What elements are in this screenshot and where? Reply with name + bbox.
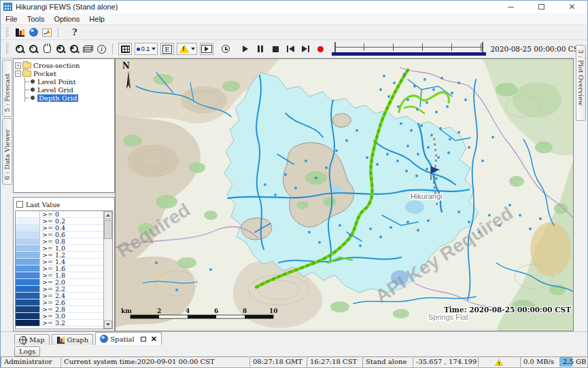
legend-panel: Last Value >= 0>= 0.2>= 0.4>= 0.6>= 0.8>… <box>13 197 115 331</box>
layer-bullet-icon <box>31 79 35 84</box>
map-viewport[interactable]: API Key Required API Key Required N km <box>115 58 574 331</box>
restore-pane-icon[interactable] <box>141 337 146 342</box>
timeseries-button[interactable] <box>40 26 54 39</box>
map-toolbar: + − ◂ ▸ i 0.1 E 2 <box>1 40 587 58</box>
zoom-next-icon: ▸ <box>69 44 80 54</box>
tab-data-viewer[interactable]: 6 : Data Viewer <box>2 118 12 185</box>
menu-file[interactable]: File <box>1 15 22 23</box>
tree-node-level-point[interactable]: Level Point <box>25 77 113 86</box>
tab-graph[interactable]: Graph <box>52 334 94 345</box>
zoom-out-button[interactable]: − <box>27 43 40 55</box>
map-display-button[interactable] <box>27 26 40 39</box>
status-bar: Administrator Current system time:2020-0… <box>1 356 587 367</box>
wire-globe-icon <box>19 336 27 344</box>
tree-node-depth-grid[interactable]: Depth Grid <box>25 94 113 102</box>
legend-row[interactable]: >= 3.2 <box>16 320 103 327</box>
tree-node-pocket[interactable]: − Pocket <box>15 69 113 77</box>
tree-node-level-grid[interactable]: Level Grid <box>25 86 113 94</box>
label-hikurangi: Hikurangi <box>411 192 442 200</box>
animation-window-button[interactable] <box>200 43 213 55</box>
app-logo-icon <box>3 3 12 11</box>
legend-swatch <box>16 238 40 244</box>
layer-tree: + Cross-section − Pocket Level Point <box>13 58 115 193</box>
status-coordinates: -35.657 , 174.199 <box>413 356 478 367</box>
time-slider[interactable] <box>334 42 483 56</box>
selected-tree-label: Depth Grid <box>37 94 78 102</box>
status-system-time: Current system time:2020-09-01 00:00 CST <box>60 356 249 367</box>
bottom-tab-bar: Map Graph Spatial ✕ <box>1 331 587 345</box>
zoom-in-button[interactable]: + <box>13 43 27 55</box>
last-value-checkbox[interactable] <box>16 201 23 208</box>
movie-player-icon <box>201 45 212 53</box>
scroll-up-icon[interactable] <box>104 211 112 219</box>
layer-bullet-icon <box>31 88 35 92</box>
label-springs-flat: Springs Flat <box>428 313 468 321</box>
layers-button[interactable] <box>81 43 94 55</box>
status-user: Administrator <box>1 356 60 367</box>
zoom-next-button[interactable]: ▸ <box>67 43 81 55</box>
database-button[interactable] <box>13 26 27 39</box>
title-bar: Hikurangi FEWS (Stand alone) ✕ <box>1 1 587 13</box>
menu-options[interactable]: Options <box>49 15 84 23</box>
zoom-previous-button[interactable]: ◂ <box>54 43 67 55</box>
legend-label: >= 0.2 <box>40 218 103 224</box>
grid-toggle-button[interactable] <box>118 43 132 55</box>
status-warning[interactable] <box>478 356 520 367</box>
scale-button[interactable]: E <box>160 43 174 55</box>
legend-swatch <box>16 211 40 217</box>
tab-forecast[interactable]: 5 : Forecast <box>2 60 12 117</box>
map-canvas: API Key Required API Key Required N km <box>116 59 574 331</box>
legend-label: >= 0 <box>40 211 103 217</box>
tab-plot-overview[interactable]: 3 : Plot Overview <box>576 45 586 121</box>
left-panel: + Cross-section − Pocket Level Point <box>13 58 115 331</box>
database-icon <box>16 29 24 37</box>
menu-tools[interactable]: Tools <box>22 15 50 23</box>
scroll-thumb[interactable] <box>104 220 112 239</box>
svg-text:N: N <box>122 61 130 71</box>
menu-bar: File Tools Options Help <box>1 13 587 25</box>
logs-button[interactable]: Logs <box>14 346 40 356</box>
info-button[interactable]: i <box>94 43 108 55</box>
minimize-button[interactable] <box>496 1 526 13</box>
stop-button[interactable] <box>268 42 283 56</box>
pause-button[interactable] <box>253 42 268 56</box>
zoom-previous-icon: ◂ <box>56 44 66 54</box>
minimize-icon <box>508 7 514 7</box>
pan-button[interactable] <box>40 43 54 55</box>
help-button[interactable]: ? <box>72 27 77 37</box>
tab-spatial[interactable]: Spatial ✕ <box>95 332 162 345</box>
svg-text:2: 2 <box>157 308 161 314</box>
legend-label: >= 1.6 <box>40 265 103 272</box>
play-button[interactable] <box>238 42 253 56</box>
scroll-down-icon[interactable] <box>104 320 112 329</box>
warning-dropdown[interactable] <box>177 43 197 55</box>
toolbar-grip-2 <box>6 43 9 55</box>
expand-icon[interactable]: + <box>15 62 21 69</box>
legend-swatch <box>16 265 40 272</box>
map-time-overlay: Time: 2020-08-25 00:00:00 CST <box>444 306 571 314</box>
class-break-dropdown[interactable]: 0.1 <box>135 43 158 55</box>
record-button[interactable] <box>313 42 328 56</box>
go-to-start-button[interactable] <box>283 42 298 56</box>
maximize-button[interactable] <box>526 1 557 13</box>
tab-map[interactable]: Map <box>14 334 50 345</box>
legend-label: >= 1.4 <box>40 259 103 265</box>
window-title: Hikurangi FEWS (Stand alone) <box>16 3 496 11</box>
stop-icon <box>273 46 279 52</box>
tree-node-cross-section[interactable]: + Cross-section <box>15 61 113 69</box>
legend-swatch <box>16 293 40 299</box>
legend-label: >= 1.2 <box>40 252 103 258</box>
menu-help[interactable]: Help <box>84 15 109 23</box>
legend-label: >= 0.4 <box>40 225 103 231</box>
collapse-icon[interactable]: − <box>15 71 21 77</box>
time-settings-button[interactable] <box>219 43 232 55</box>
legend-scrollbar[interactable] <box>103 211 112 329</box>
go-to-end-button[interactable] <box>298 42 313 56</box>
legend-label: >= 1.8 <box>40 272 103 278</box>
status-gmt-time: 08:27:18 GMT <box>249 356 307 367</box>
svg-text:8: 8 <box>243 308 247 314</box>
close-button[interactable]: ✕ <box>557 1 587 13</box>
folder-icon <box>22 62 31 69</box>
skip-start-icon <box>289 45 294 52</box>
close-pane-icon[interactable]: ✕ <box>151 335 157 344</box>
